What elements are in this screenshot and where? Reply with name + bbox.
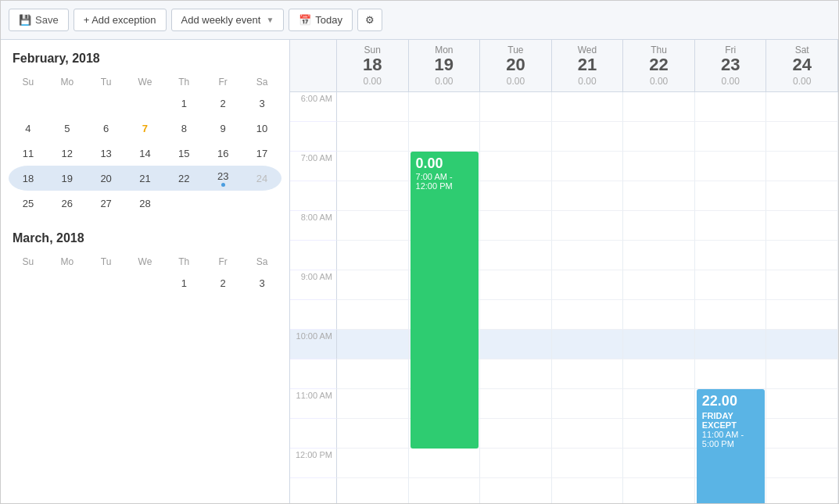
cal-day-header: Mo	[48, 73, 87, 91]
save-button[interactable]: 💾 Save	[9, 9, 69, 31]
cal-day-cell[interactable]: 3	[242, 91, 281, 116]
mar-cal-grid: SuMoTuWeThFrSa 123	[9, 253, 281, 295]
today-button[interactable]: 📅 Today	[289, 9, 353, 31]
cal-day-cell[interactable]: 20	[87, 166, 126, 191]
cal-day-header: Th	[164, 253, 203, 270]
event-time: 7:00 AM - 12:00 PM	[416, 172, 474, 191]
calendar-event-green-event[interactable]: 0.007:00 AM - 12:00 PM	[411, 152, 479, 449]
cal-day-cell[interactable]: 17	[242, 141, 281, 166]
time-cell	[766, 92, 838, 122]
cal-day-cell	[203, 191, 242, 216]
day-number: 22	[626, 55, 691, 74]
add-weekly-event-label: Add weekly event	[181, 14, 261, 26]
time-cell	[480, 389, 552, 419]
cal-day-cell[interactable]: 1	[164, 270, 203, 295]
cal-day-cell[interactable]: 6	[87, 116, 126, 141]
day-number: 24	[769, 55, 834, 74]
cal-day-cell[interactable]: 22	[164, 166, 203, 191]
calendar-event-blue-event[interactable]: 22.00FRIDAY EXCEPT11:00 AM - 5:00 PM	[697, 389, 765, 503]
time-cell	[623, 300, 695, 330]
cal-day-header: Sa	[242, 73, 281, 91]
day-number: 19	[412, 55, 477, 74]
time-label	[290, 359, 337, 389]
time-cell	[552, 359, 624, 389]
cal-day-header: Sa	[242, 253, 281, 270]
cal-day-cell[interactable]: 13	[87, 141, 126, 166]
time-cell	[337, 241, 409, 270]
save-label: Save	[35, 14, 59, 26]
time-label	[290, 419, 337, 449]
time-cell	[409, 122, 481, 152]
time-cell	[623, 419, 695, 449]
calendar-icon: 📅	[299, 14, 311, 26]
time-label	[290, 241, 337, 270]
day-name: Mon	[412, 45, 477, 55]
cal-day-cell[interactable]: 24	[242, 166, 281, 191]
add-exception-button[interactable]: + Add exception	[74, 9, 167, 31]
cal-day-cell[interactable]: 4	[9, 116, 48, 141]
cal-day-cell[interactable]: 9	[203, 116, 242, 141]
settings-button[interactable]: ⚙	[357, 9, 382, 31]
cal-day-cell[interactable]: 26	[48, 191, 87, 216]
cal-day-cell[interactable]: 12	[48, 141, 87, 166]
day-number: 20	[483, 55, 548, 74]
cal-day-cell[interactable]: 8	[164, 116, 203, 141]
week-header-day: Tue200.00	[480, 40, 552, 91]
time-cell	[695, 300, 767, 330]
time-cell	[480, 122, 552, 152]
time-label: 7:00 AM	[290, 152, 337, 181]
cal-day-header: Su	[9, 253, 48, 270]
cal-day-cell[interactable]: 21	[126, 166, 165, 191]
add-exception-label: + Add exception	[84, 14, 156, 26]
cal-day-header: Fr	[203, 73, 242, 91]
cal-day-cell	[48, 270, 87, 295]
time-cell	[552, 270, 624, 300]
time-cell	[337, 211, 409, 241]
time-cell	[623, 389, 695, 419]
cal-day-cell[interactable]: 2	[203, 91, 242, 116]
cal-day-header: Mo	[48, 253, 87, 270]
day-zero: 0.00	[626, 76, 691, 87]
time-cell	[337, 449, 409, 478]
cal-day-cell[interactable]: 19	[48, 166, 87, 191]
time-cell	[695, 152, 767, 181]
time-cell	[480, 270, 552, 300]
day-name: Sat	[769, 45, 834, 55]
cal-day-cell[interactable]: 28	[126, 191, 165, 216]
week-header-day: Thu220.00	[623, 40, 695, 91]
time-cell	[552, 92, 624, 122]
time-cell	[480, 359, 552, 389]
cal-day-cell[interactable]: 15	[164, 141, 203, 166]
cal-day-cell[interactable]: 11	[9, 141, 48, 166]
cal-day-cell[interactable]: 25	[9, 191, 48, 216]
cal-day-cell	[87, 91, 126, 116]
cal-day-cell[interactable]: 5	[48, 116, 87, 141]
cal-day-header: Tu	[87, 73, 126, 91]
time-cell	[480, 330, 552, 359]
cal-day-cell[interactable]: 3	[242, 270, 281, 295]
cal-day-cell[interactable]: 7	[126, 116, 165, 141]
cal-day-header: Fr	[203, 253, 242, 270]
event-value: 22.00	[702, 393, 760, 409]
cal-day-cell[interactable]: 1	[164, 91, 203, 116]
add-weekly-event-button[interactable]: Add weekly event ▼	[171, 9, 285, 31]
time-cell	[337, 478, 409, 503]
cal-day-cell[interactable]: 10	[242, 116, 281, 141]
time-cell	[695, 181, 767, 211]
time-cell	[766, 122, 838, 152]
cal-day-cell[interactable]: 18	[9, 166, 48, 191]
day-name: Sun	[340, 45, 405, 55]
sidebar: February, 2018 SuMoTuWeThFrSa 1234567891…	[1, 40, 290, 503]
mar-month-title: March, 2018	[9, 231, 281, 245]
cal-day-cell[interactable]: 16	[203, 141, 242, 166]
time-cell	[766, 419, 838, 449]
time-cell	[409, 449, 481, 478]
cal-day-cell[interactable]: 23	[203, 166, 242, 191]
cal-day-cell[interactable]: 27	[87, 191, 126, 216]
day-zero: 0.00	[555, 76, 620, 87]
cal-day-cell[interactable]: 2	[203, 270, 242, 295]
cal-day-cell[interactable]: 14	[126, 141, 165, 166]
event-time: 11:00 AM - 5:00 PM	[702, 430, 760, 449]
time-label	[290, 181, 337, 211]
time-cell	[623, 181, 695, 211]
